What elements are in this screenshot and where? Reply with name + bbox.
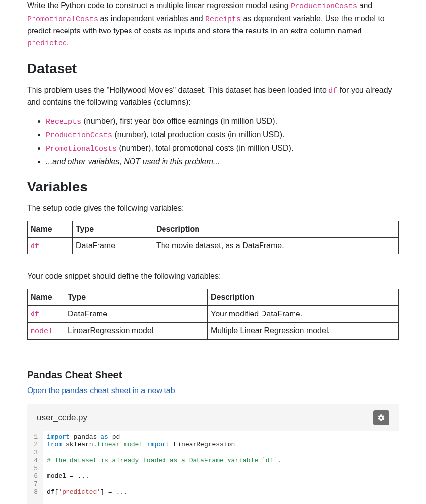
list-item-note: ...and other variables, NOT used in this… xyxy=(46,156,399,168)
code-editor-header: user_code.py xyxy=(27,404,399,431)
line-number-gutter: 1 2 3 4 5 6 7 8 xyxy=(27,431,43,504)
given-variables-table: Name Type Description df DataFrame The m… xyxy=(27,221,399,255)
cheatsheet-link[interactable]: Open the pandas cheat sheet in a new tab xyxy=(27,386,175,395)
code-df: df xyxy=(328,87,337,95)
list-item: Receipts (number), first year box office… xyxy=(46,115,399,128)
define-variables-table: Name Type Description df DataFrame Your … xyxy=(27,289,399,340)
intro-paragraph: Write the Python code to construct a mul… xyxy=(27,0,399,50)
code-content[interactable]: import pandas as pd from sklearn.linear_… xyxy=(43,431,399,504)
table-row: model LinearRegression model Multiple Li… xyxy=(28,322,399,340)
code-productioncosts: ProductionCosts xyxy=(291,2,357,11)
table-row: df DataFrame Your modified DataFrame. xyxy=(28,306,399,323)
dataset-heading: Dataset xyxy=(27,59,399,79)
list-item: PromotionalCosts (number), total promoti… xyxy=(46,142,399,155)
code-editor-body[interactable]: 1 2 3 4 5 6 7 8 import pandas as pd from… xyxy=(27,431,399,504)
code-editor-panel: user_code.py 1 2 3 4 5 6 7 8 import pand… xyxy=(27,404,399,504)
variables-p1: The setup code gives the following varia… xyxy=(27,202,399,214)
dataset-paragraph: This problem uses the "Hollywood Movies"… xyxy=(27,84,399,109)
code-receipts: Receipts xyxy=(205,15,241,24)
table-row: df DataFrame The movie dataset, as a Dat… xyxy=(28,237,399,254)
gear-icon xyxy=(377,414,385,422)
code-promotionalcosts: PromotionalCosts xyxy=(27,15,98,24)
cheatsheet-heading: Pandas Cheat Sheet xyxy=(27,367,399,382)
list-item: ProductionCosts (number), total producti… xyxy=(46,129,399,142)
variables-p2: Your code snippet should define the foll… xyxy=(27,270,399,282)
dataset-variable-list: Receipts (number), first year box office… xyxy=(27,115,399,168)
table-header-row: Name Type Description xyxy=(28,289,399,306)
variables-heading: Variables xyxy=(27,177,399,197)
settings-button[interactable] xyxy=(373,410,389,425)
code-filename: user_code.py xyxy=(37,411,87,424)
code-predicted: predicted xyxy=(27,39,67,48)
table-header-row: Name Type Description xyxy=(28,221,399,237)
